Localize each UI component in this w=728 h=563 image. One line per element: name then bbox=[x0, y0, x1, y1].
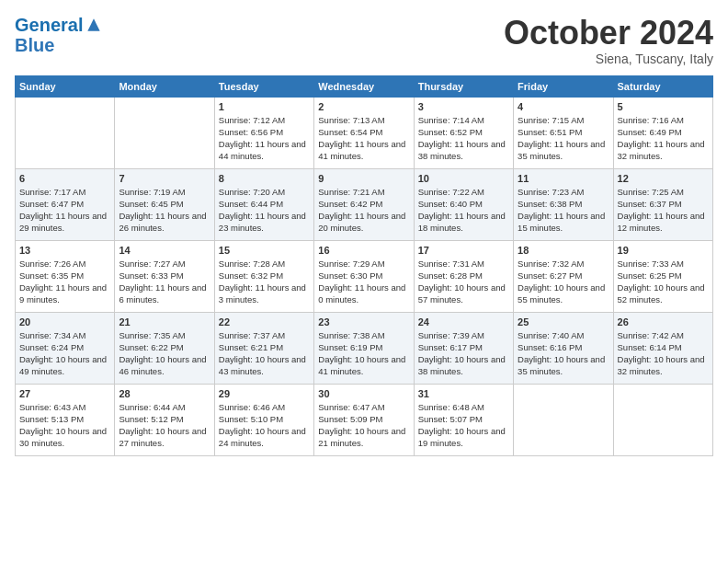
day-number: 22 bbox=[219, 316, 310, 327]
week-row-5: 27Sunrise: 6:43 AMSunset: 5:13 PMDayligh… bbox=[16, 384, 713, 455]
page: General Blue October 2024 Siena, Tuscany… bbox=[0, 0, 728, 563]
day-number: 11 bbox=[518, 173, 609, 184]
svg-marker-0 bbox=[88, 18, 100, 30]
day-number: 19 bbox=[618, 245, 709, 256]
logo-line2: Blue bbox=[15, 35, 103, 55]
day-number: 1 bbox=[219, 101, 310, 112]
day-cell: 15Sunrise: 7:28 AMSunset: 6:32 PMDayligh… bbox=[214, 240, 313, 312]
day-number: 27 bbox=[19, 388, 110, 399]
day-number: 21 bbox=[119, 316, 210, 327]
day-info: Sunrise: 7:19 AMSunset: 6:45 PMDaylight:… bbox=[119, 186, 210, 235]
day-cell: 4Sunrise: 7:15 AMSunset: 6:51 PMDaylight… bbox=[514, 97, 613, 168]
week-row-4: 20Sunrise: 7:34 AMSunset: 6:24 PMDayligh… bbox=[16, 312, 713, 384]
day-cell: 18Sunrise: 7:32 AMSunset: 6:27 PMDayligh… bbox=[514, 240, 613, 312]
day-cell: 6Sunrise: 7:17 AMSunset: 6:47 PMDaylight… bbox=[16, 168, 115, 240]
day-cell: 19Sunrise: 7:33 AMSunset: 6:25 PMDayligh… bbox=[613, 240, 712, 312]
day-info: Sunrise: 7:33 AMSunset: 6:25 PMDaylight:… bbox=[618, 258, 709, 306]
day-cell: 29Sunrise: 6:46 AMSunset: 5:10 PMDayligh… bbox=[214, 384, 313, 455]
day-number: 4 bbox=[518, 101, 609, 112]
day-number: 8 bbox=[219, 173, 310, 184]
day-info: Sunrise: 7:23 AMSunset: 6:38 PMDaylight:… bbox=[518, 186, 609, 235]
day-info: Sunrise: 7:32 AMSunset: 6:27 PMDaylight:… bbox=[518, 258, 609, 306]
day-cell bbox=[16, 97, 115, 168]
header: General Blue October 2024 Siena, Tuscany… bbox=[15, 15, 713, 66]
day-number: 9 bbox=[318, 173, 409, 184]
day-number: 30 bbox=[318, 388, 409, 399]
day-cell bbox=[514, 384, 613, 455]
day-cell: 1Sunrise: 7:12 AMSunset: 6:56 PMDaylight… bbox=[214, 97, 313, 168]
day-info: Sunrise: 7:37 AMSunset: 6:21 PMDaylight:… bbox=[219, 329, 310, 378]
day-info: Sunrise: 7:39 AMSunset: 6:17 PMDaylight:… bbox=[418, 329, 509, 378]
day-number: 25 bbox=[518, 316, 609, 327]
day-info: Sunrise: 7:28 AMSunset: 6:32 PMDaylight:… bbox=[219, 258, 310, 306]
day-info: Sunrise: 7:42 AMSunset: 6:14 PMDaylight:… bbox=[618, 329, 709, 378]
day-number: 20 bbox=[19, 316, 110, 327]
day-cell: 8Sunrise: 7:20 AMSunset: 6:44 PMDaylight… bbox=[214, 168, 313, 240]
day-info: Sunrise: 6:44 AMSunset: 5:12 PMDaylight:… bbox=[119, 401, 210, 450]
day-cell bbox=[613, 384, 712, 455]
day-cell: 20Sunrise: 7:34 AMSunset: 6:24 PMDayligh… bbox=[16, 312, 115, 384]
day-info: Sunrise: 7:13 AMSunset: 6:54 PMDaylight:… bbox=[318, 114, 409, 163]
day-info: Sunrise: 7:22 AMSunset: 6:40 PMDaylight:… bbox=[418, 186, 509, 235]
day-info: Sunrise: 7:27 AMSunset: 6:33 PMDaylight:… bbox=[119, 258, 210, 306]
day-info: Sunrise: 7:34 AMSunset: 6:24 PMDaylight:… bbox=[19, 329, 110, 378]
day-info: Sunrise: 6:47 AMSunset: 5:09 PMDaylight:… bbox=[318, 401, 409, 450]
col-friday: Friday bbox=[514, 75, 613, 97]
day-number: 23 bbox=[318, 316, 409, 327]
day-cell: 10Sunrise: 7:22 AMSunset: 6:40 PMDayligh… bbox=[414, 168, 513, 240]
day-info: Sunrise: 7:16 AMSunset: 6:49 PMDaylight:… bbox=[618, 114, 709, 163]
day-number: 13 bbox=[19, 245, 110, 256]
day-cell: 16Sunrise: 7:29 AMSunset: 6:30 PMDayligh… bbox=[314, 240, 414, 312]
week-row-3: 13Sunrise: 7:26 AMSunset: 6:35 PMDayligh… bbox=[16, 240, 713, 312]
day-number: 16 bbox=[318, 245, 409, 256]
day-number: 10 bbox=[418, 173, 509, 184]
day-number: 17 bbox=[418, 245, 509, 256]
day-cell: 14Sunrise: 7:27 AMSunset: 6:33 PMDayligh… bbox=[115, 240, 214, 312]
day-number: 31 bbox=[418, 388, 509, 399]
day-cell: 17Sunrise: 7:31 AMSunset: 6:28 PMDayligh… bbox=[414, 240, 513, 312]
day-info: Sunrise: 7:26 AMSunset: 6:35 PMDaylight:… bbox=[19, 258, 110, 306]
day-info: Sunrise: 7:38 AMSunset: 6:19 PMDaylight:… bbox=[318, 329, 409, 378]
day-cell: 28Sunrise: 6:44 AMSunset: 5:12 PMDayligh… bbox=[115, 384, 214, 455]
week-row-2: 6Sunrise: 7:17 AMSunset: 6:47 PMDaylight… bbox=[16, 168, 713, 240]
day-info: Sunrise: 7:21 AMSunset: 6:42 PMDaylight:… bbox=[318, 186, 409, 235]
day-number: 29 bbox=[219, 388, 310, 399]
day-cell: 13Sunrise: 7:26 AMSunset: 6:35 PMDayligh… bbox=[16, 240, 115, 312]
logo: General Blue bbox=[15, 15, 103, 55]
day-info: Sunrise: 7:17 AMSunset: 6:47 PMDaylight:… bbox=[19, 186, 110, 235]
day-info: Sunrise: 7:40 AMSunset: 6:16 PMDaylight:… bbox=[518, 329, 609, 378]
title-block: October 2024 Siena, Tuscany, Italy bbox=[504, 15, 713, 66]
day-number: 6 bbox=[19, 173, 110, 184]
col-wednesday: Wednesday bbox=[314, 75, 414, 97]
day-cell: 30Sunrise: 6:47 AMSunset: 5:09 PMDayligh… bbox=[314, 384, 414, 455]
col-saturday: Saturday bbox=[613, 75, 712, 97]
subtitle: Siena, Tuscany, Italy bbox=[504, 52, 713, 66]
header-row: Sunday Monday Tuesday Wednesday Thursday… bbox=[16, 75, 713, 97]
day-cell: 9Sunrise: 7:21 AMSunset: 6:42 PMDaylight… bbox=[314, 168, 414, 240]
day-cell: 11Sunrise: 7:23 AMSunset: 6:38 PMDayligh… bbox=[514, 168, 613, 240]
day-cell: 22Sunrise: 7:37 AMSunset: 6:21 PMDayligh… bbox=[214, 312, 313, 384]
col-tuesday: Tuesday bbox=[214, 75, 313, 97]
day-number: 18 bbox=[518, 245, 609, 256]
day-number: 24 bbox=[418, 316, 509, 327]
calendar-table: Sunday Monday Tuesday Wednesday Thursday… bbox=[15, 75, 713, 456]
day-number: 12 bbox=[618, 173, 709, 184]
month-title: October 2024 bbox=[504, 15, 713, 52]
day-info: Sunrise: 7:29 AMSunset: 6:30 PMDaylight:… bbox=[318, 258, 409, 306]
day-cell: 26Sunrise: 7:42 AMSunset: 6:14 PMDayligh… bbox=[613, 312, 712, 384]
day-number: 7 bbox=[119, 173, 210, 184]
day-cell: 21Sunrise: 7:35 AMSunset: 6:22 PMDayligh… bbox=[115, 312, 214, 384]
day-cell: 7Sunrise: 7:19 AMSunset: 6:45 PMDaylight… bbox=[115, 168, 214, 240]
day-number: 15 bbox=[219, 245, 310, 256]
day-cell: 24Sunrise: 7:39 AMSunset: 6:17 PMDayligh… bbox=[414, 312, 513, 384]
day-number: 26 bbox=[618, 316, 709, 327]
day-cell: 23Sunrise: 7:38 AMSunset: 6:19 PMDayligh… bbox=[314, 312, 414, 384]
day-cell bbox=[115, 97, 214, 168]
week-row-1: 1Sunrise: 7:12 AMSunset: 6:56 PMDaylight… bbox=[16, 97, 713, 168]
day-cell: 25Sunrise: 7:40 AMSunset: 6:16 PMDayligh… bbox=[514, 312, 613, 384]
col-thursday: Thursday bbox=[414, 75, 513, 97]
day-number: 5 bbox=[618, 101, 709, 112]
day-cell: 3Sunrise: 7:14 AMSunset: 6:52 PMDaylight… bbox=[414, 97, 513, 168]
day-info: Sunrise: 6:46 AMSunset: 5:10 PMDaylight:… bbox=[219, 401, 310, 450]
day-cell: 2Sunrise: 7:13 AMSunset: 6:54 PMDaylight… bbox=[314, 97, 414, 168]
